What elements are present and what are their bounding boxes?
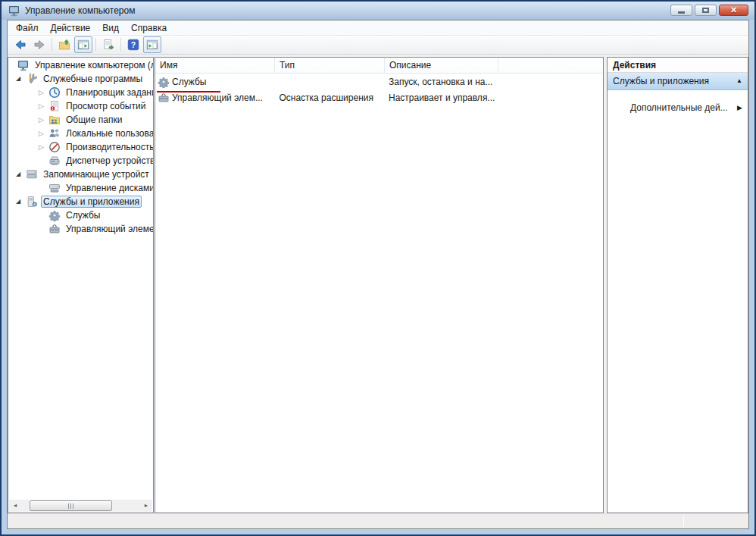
tree-item[interactable]: ▷Планировщик заданий [8, 86, 153, 99]
toolbar-separator [52, 38, 52, 52]
help-button[interactable]: ? [124, 36, 142, 53]
actions-section-label: Службы и приложения [613, 76, 736, 86]
column-header-0[interactable]: Имя [155, 58, 275, 73]
console-tree: Управление компьютером (л◢Служебные прог… [8, 58, 153, 500]
wmi-control-icon [48, 223, 61, 235]
console-tree-panel: Управление компьютером (л◢Служебные прог… [8, 57, 154, 513]
tree-item-label: Общие папки [64, 114, 124, 126]
svg-text:?: ? [131, 40, 136, 49]
tree-item-label: Управляющий элемен [64, 223, 153, 235]
tree-item[interactable]: ▷Производительность [8, 140, 153, 154]
menu-item-0[interactable]: Файл [10, 21, 45, 35]
tree-item[interactable]: Диспетчер устройств [8, 154, 153, 168]
close-icon: ✕ [730, 6, 737, 14]
expander-collapsed-icon[interactable]: ▷ [39, 89, 48, 96]
list-row[interactable]: Управляющий элем...Оснастка расширенияНа… [155, 89, 603, 105]
list-item-name: Службы [172, 77, 206, 87]
services-icon [158, 76, 170, 88]
tree-item-label: Управление дисками [64, 182, 153, 194]
expander-collapsed-icon[interactable]: ▷ [39, 102, 48, 110]
actions-item-more-actions[interactable]: Дополнительные дей... ▶ [608, 100, 748, 115]
status-bar [8, 513, 748, 528]
tree-item[interactable]: ▷Локальные пользовате [8, 127, 153, 140]
show-action-pane-button[interactable] [143, 36, 161, 53]
tree-item[interactable]: Службы [8, 208, 153, 222]
list-cell-description: Запуск, остановка и на... [384, 77, 603, 87]
expander-collapsed-icon[interactable]: ▷ [39, 116, 48, 124]
task-scheduler-icon [48, 86, 61, 99]
tree-item[interactable]: ◢Служебные программы [8, 72, 153, 86]
tree-item[interactable]: ◢Запоминающие устройст [8, 168, 153, 181]
tree-item-label: Локальные пользовате [64, 127, 153, 139]
expander-collapsed-icon[interactable]: ▷ [39, 143, 48, 151]
column-header-blank[interactable] [498, 58, 603, 73]
tree-item[interactable]: Управление дисками [8, 181, 153, 195]
device-manager-icon [48, 155, 61, 167]
maximize-icon [702, 8, 709, 13]
tree-item[interactable]: ◢Службы и приложения [8, 195, 153, 208]
scroll-left-icon[interactable]: ◄ [9, 500, 21, 512]
thumb-grip [73, 503, 73, 509]
export-list-button[interactable] [99, 36, 117, 53]
list-cell-description: Настраивает и управля... [384, 92, 603, 103]
list-cell-name: Управляющий элем... [155, 92, 274, 104]
submenu-arrow-icon: ▶ [737, 105, 742, 111]
minimize-button[interactable] [670, 5, 692, 16]
tree-item-label: Служебные программы [41, 73, 145, 85]
tree-item[interactable]: ▷Просмотр событий [8, 99, 153, 113]
show-console-tree-button[interactable] [74, 36, 92, 53]
tree-item-label: Запоминающие устройст [41, 168, 152, 180]
tree-item-label: Службы и приложения [41, 196, 142, 208]
tree-item-label: Просмотр событий [64, 100, 148, 112]
menu-item-1[interactable]: Действие [45, 21, 97, 35]
tree-item[interactable]: Управляющий элемен [8, 222, 153, 236]
expander-expanded-icon[interactable]: ◢ [16, 75, 26, 83]
back-icon [14, 39, 27, 51]
wmi-control-icon [158, 92, 170, 104]
tools-icon [26, 73, 38, 85]
actions-title: Действия [608, 58, 748, 73]
titlebar[interactable]: Управление компьютером ✕ [2, 2, 754, 20]
column-header-1[interactable]: Тип [275, 58, 385, 73]
main-area: Управление компьютером (л◢Служебные прог… [8, 55, 748, 513]
minimize-icon [678, 11, 685, 14]
disk-management-icon [48, 182, 61, 194]
scrollbar-track[interactable] [21, 500, 140, 512]
up-one-level-icon [58, 39, 70, 51]
actions-panel: Действия Службы и приложения ▲ Дополните… [607, 57, 748, 513]
expander-expanded-icon[interactable]: ◢ [16, 198, 26, 205]
services-icon [48, 209, 61, 221]
tree-item[interactable]: ▷Общие папки [8, 113, 153, 127]
local-users-icon [48, 127, 61, 139]
close-button[interactable]: ✕ [719, 5, 748, 16]
expander-collapsed-icon[interactable]: ▷ [39, 130, 48, 137]
action-pane-icon [146, 39, 158, 51]
forward-icon [33, 39, 45, 51]
forward-button[interactable] [30, 36, 48, 53]
tree-item-label: Управление компьютером (л [33, 59, 153, 71]
window-title: Управление компьютером [25, 5, 135, 16]
thumb-grip [68, 503, 69, 509]
expander-expanded-icon[interactable]: ◢ [16, 171, 26, 178]
scrollbar-thumb[interactable] [30, 500, 112, 511]
toolbar-separator [120, 38, 121, 52]
actions-section-header[interactable]: Службы и приложения ▲ [608, 73, 748, 90]
tree-item-label: Диспетчер устройств [64, 155, 153, 167]
tree-item-label: Службы [64, 209, 102, 221]
maximize-button[interactable] [695, 5, 717, 16]
scroll-right-icon[interactable]: ► [140, 500, 152, 512]
back-button[interactable] [11, 36, 30, 53]
menu-item-2[interactable]: Вид [96, 21, 125, 35]
column-header-2[interactable]: Описание [385, 58, 498, 73]
tree-item-label: Производительность [64, 141, 153, 153]
menu-item-3[interactable]: Справка [125, 21, 173, 35]
horizontal-scrollbar[interactable]: ◄ ► [9, 500, 152, 512]
menu-bar: ФайлДействиеВидСправка [8, 20, 748, 36]
performance-icon [48, 141, 61, 153]
collapse-chevron-icon[interactable]: ▲ [736, 78, 742, 84]
window-controls: ✕ [670, 5, 748, 16]
tree-item[interactable]: Управление компьютером (л [8, 58, 153, 72]
list-row[interactable]: СлужбыЗапуск, остановка и на... [155, 74, 603, 89]
list-cell-type: Оснастка расширения [274, 92, 384, 103]
up-one-level-button[interactable] [55, 36, 73, 53]
